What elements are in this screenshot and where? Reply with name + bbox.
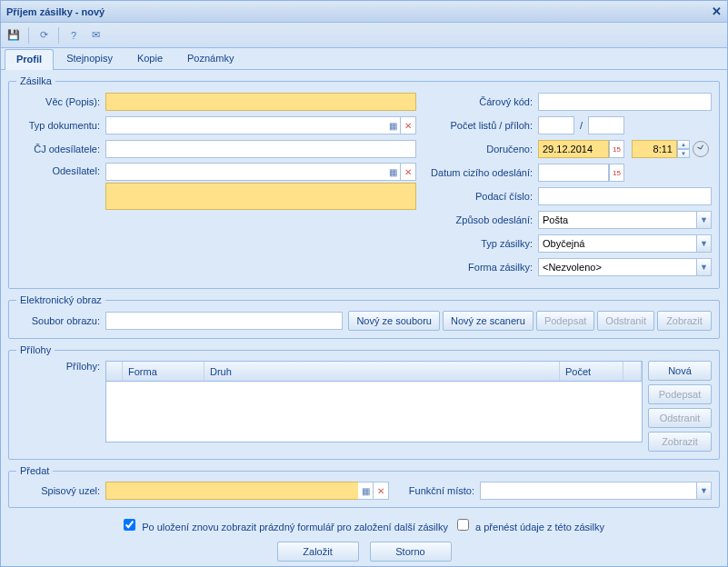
label-datum-ciziho: Datum cizího odeslání:	[416, 167, 538, 178]
chevron-down-icon[interactable]: ▼	[696, 234, 712, 253]
input-typ-dokumentu[interactable]	[105, 116, 385, 134]
label-barcode: Čárový kód:	[416, 96, 538, 107]
clear-icon[interactable]: ✕	[374, 482, 389, 500]
col-selector[interactable]	[106, 362, 123, 381]
checkbox-transfer-label: a přenést údaje z této zásilky	[475, 522, 604, 532]
button-bar: Založit Storno	[8, 536, 720, 567]
input-barcode[interactable]	[538, 93, 712, 111]
select-zpusob[interactable]	[538, 211, 696, 229]
btn-novy-ze-scaneru[interactable]: Nový ze scaneru	[443, 311, 534, 331]
tab-profil[interactable]: Profil	[5, 49, 54, 70]
fieldset-eimage: Elektronický obraz Soubor obrazu: Nový z…	[8, 294, 720, 339]
input-soubor	[105, 312, 343, 330]
chevron-down-icon[interactable]: ▼	[696, 482, 712, 500]
select-funkcni-misto[interactable]	[480, 482, 696, 500]
time-spinner[interactable]: ▲▼	[677, 140, 690, 158]
btn-zobrazit-priloha: Zobrazit	[648, 432, 712, 452]
label-odesilatel: Odesílatel:	[16, 163, 105, 176]
input-podaci[interactable]	[538, 187, 712, 205]
col-forma[interactable]: Forma	[123, 362, 204, 381]
label-spisovy-uzel: Spisový uzel:	[16, 485, 105, 496]
col-druh[interactable]: Druh	[204, 362, 560, 381]
grid-picker-icon[interactable]: ▦	[385, 116, 401, 134]
save-icon[interactable]: 💾	[6, 28, 21, 43]
tab-poznamky[interactable]: Poznámky	[175, 48, 245, 69]
input-doruceno-date[interactable]	[538, 140, 609, 158]
label-zpusob: Způsob odeslání:	[416, 214, 538, 225]
refresh-icon[interactable]: ⟳	[36, 28, 51, 43]
clock-icon[interactable]	[693, 141, 709, 157]
tab-content: Zásilka Věc (Popis): Typ dokumentu: ▦ ✕	[1, 70, 727, 566]
input-doruceno-time[interactable]	[632, 140, 677, 158]
input-cj[interactable]	[105, 140, 416, 158]
label-vec: Věc (Popis):	[16, 96, 105, 107]
window-title: Příjem zásilky - nový	[6, 6, 105, 17]
label-doruceno: Doručeno:	[416, 144, 538, 154]
clear-icon[interactable]: ✕	[401, 163, 416, 181]
mail-icon[interactable]: ✉	[88, 28, 103, 43]
toolbar-separator	[28, 27, 29, 44]
table-header: Forma Druh Počet	[106, 362, 642, 382]
input-pocet-priloh[interactable]	[588, 116, 624, 134]
label-typ-dokumentu: Typ dokumentu:	[16, 120, 105, 131]
tab-kopie[interactable]: Kopie	[125, 48, 175, 69]
btn-storno[interactable]: Storno	[370, 542, 452, 562]
toolbar: 💾 ⟳ ? ✉	[1, 23, 727, 48]
tabstrip: Profil Stejnopisy Kopie Poznámky	[1, 48, 727, 70]
label-typ-zasilky: Typ zásilky:	[416, 238, 538, 249]
toolbar-separator	[58, 27, 59, 44]
btn-odstranit-priloha: Odstranit	[648, 408, 712, 428]
label-pocet: Počet listů / příloh:	[416, 120, 538, 131]
btn-novy-ze-souboru[interactable]: Nový ze souboru	[348, 311, 440, 331]
btn-zobrazit-ei: Zobrazit	[657, 311, 712, 331]
btn-odstranit-ei: Odstranit	[597, 311, 654, 331]
calendar-icon[interactable]: 15	[609, 164, 624, 182]
btn-podepsat-priloha: Podepsat	[648, 384, 712, 404]
input-datum-ciziho[interactable]	[538, 164, 609, 182]
titlebar: Příjem zásilky - nový ✕	[1, 1, 727, 23]
label-forma: Forma zásilky:	[416, 262, 538, 273]
label-soubor: Soubor obrazu:	[16, 315, 105, 326]
btn-podepsat-ei: Podepsat	[536, 311, 594, 331]
legend-predat: Předat	[16, 465, 53, 476]
legend-prilohy: Přílohy	[16, 344, 55, 355]
checkbox-transfer-wrapper[interactable]: a přenést údaje z této zásilky	[457, 519, 604, 532]
input-pocet-listu[interactable]	[538, 116, 574, 134]
calendar-icon[interactable]: 15	[609, 140, 624, 158]
chevron-down-icon[interactable]: ▼	[696, 258, 712, 276]
checkbox-transfer[interactable]	[457, 519, 469, 531]
clear-icon[interactable]: ✕	[401, 116, 416, 134]
col-pocet[interactable]: Počet	[560, 362, 623, 381]
fieldset-predat: Předat Spisový uzel: ▦ ✕ Funkční místo: …	[8, 465, 720, 508]
grid-picker-icon[interactable]: ▦	[385, 163, 401, 181]
chevron-down-icon[interactable]: ▼	[696, 211, 712, 229]
checkbox-reopen-label: Po uložení znovu zobrazit prázdný formul…	[142, 522, 448, 532]
grid-picker-icon[interactable]: ▦	[358, 482, 374, 500]
input-spisovy-uzel[interactable]	[105, 482, 358, 500]
label-prilohy: Přílohy:	[16, 361, 105, 452]
checkbox-reopen[interactable]	[124, 519, 135, 531]
help-icon[interactable]: ?	[66, 28, 81, 43]
legend-zasilka: Zásilka	[16, 75, 55, 86]
input-vec[interactable]	[105, 93, 416, 111]
textarea-odesilatel[interactable]	[105, 183, 416, 210]
checkbox-reopen-wrapper[interactable]: Po uložení znovu zobrazit prázdný formul…	[124, 519, 448, 532]
btn-nova-priloha[interactable]: Nová	[648, 361, 712, 381]
dialog-window: Příjem zásilky - nový ✕ 💾 ⟳ ? ✉ Profil S…	[0, 0, 728, 567]
slash: /	[574, 120, 588, 131]
input-odesilatel[interactable]	[105, 163, 385, 181]
fieldset-prilohy: Přílohy Přílohy: Forma Druh Počet Nová P…	[8, 344, 720, 460]
label-podaci: Podací číslo:	[416, 191, 538, 202]
col-spacer	[623, 362, 642, 381]
fieldset-zasilka: Zásilka Věc (Popis): Typ dokumentu: ▦ ✕	[8, 75, 720, 289]
btn-zalozit[interactable]: Založit	[277, 542, 359, 562]
select-typ-zasilky[interactable]	[538, 234, 696, 253]
close-icon[interactable]: ✕	[712, 5, 722, 18]
footer-options: Po uložení znovu zobrazit prázdný formul…	[8, 513, 720, 536]
label-cj: ČJ odesílatele:	[16, 144, 105, 154]
attachments-table[interactable]: Forma Druh Počet	[105, 361, 643, 443]
select-forma[interactable]	[538, 258, 696, 276]
tab-stejnopisy[interactable]: Stejnopisy	[55, 48, 125, 69]
legend-eimage: Elektronický obraz	[16, 294, 105, 305]
label-funkcni-misto: Funkční místo:	[398, 485, 480, 496]
